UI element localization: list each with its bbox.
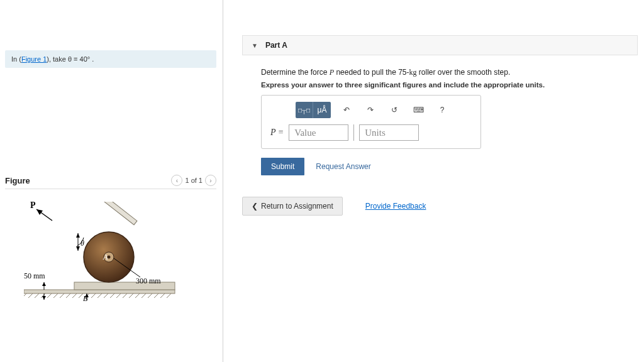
label-P: P bbox=[30, 202, 36, 210]
figure-pager: ‹ 1 of 1 › bbox=[171, 175, 216, 186]
svg-line-3 bbox=[35, 293, 39, 298]
undo-button[interactable]: ↶ bbox=[337, 102, 356, 118]
svg-line-6 bbox=[53, 293, 58, 298]
collapse-caret-icon: ▼ bbox=[252, 42, 258, 49]
svg-marker-33 bbox=[76, 233, 80, 238]
reset-button[interactable]: ↺ bbox=[385, 102, 404, 118]
svg-line-9 bbox=[72, 293, 77, 298]
svg-marker-36 bbox=[42, 282, 46, 286]
svg-line-13 bbox=[97, 293, 102, 298]
problem-suffix: ), take θ = 40° . bbox=[47, 55, 94, 63]
svg-line-12 bbox=[91, 293, 96, 298]
svg-line-10 bbox=[79, 293, 83, 298]
svg-line-23 bbox=[160, 293, 165, 298]
svg-line-2 bbox=[28, 293, 33, 298]
part-a-header[interactable]: ▼ Part A bbox=[242, 35, 638, 55]
figure-title: Figure bbox=[5, 176, 30, 185]
value-input[interactable]: Value bbox=[289, 124, 348, 141]
submit-button[interactable]: Submit bbox=[261, 158, 304, 175]
svg-line-16 bbox=[116, 293, 121, 298]
label-step-height: 50 mm bbox=[24, 272, 45, 280]
help-button[interactable]: ? bbox=[433, 102, 452, 118]
answer-toolbar: □┬□ μÅ ↶ ↷ ↺ ⌨ ? bbox=[296, 102, 472, 118]
svg-line-17 bbox=[123, 293, 127, 298]
figure-diagram: P θ A B 50 mm 300 mm bbox=[24, 202, 187, 302]
question-text: Determine the force P needed to pull the… bbox=[261, 68, 638, 77]
label-theta: θ bbox=[80, 239, 84, 248]
label-A: A bbox=[103, 253, 108, 261]
units-input[interactable]: Units bbox=[359, 124, 419, 141]
input-separator bbox=[353, 124, 354, 141]
svg-line-20 bbox=[142, 293, 146, 298]
keyboard-button[interactable]: ⌨ bbox=[409, 102, 428, 118]
provide-feedback-link[interactable]: Provide Feedback bbox=[365, 202, 426, 211]
answer-box: □┬□ μÅ ↶ ↷ ↺ ⌨ ? P = Value Units bbox=[261, 95, 481, 149]
return-to-assignment-button[interactable]: ❮ Return to Assignment bbox=[242, 197, 343, 216]
request-answer-link[interactable]: Request Answer bbox=[316, 162, 370, 171]
label-radius: 300 mm bbox=[136, 277, 161, 285]
svg-line-14 bbox=[104, 293, 108, 298]
svg-line-7 bbox=[60, 293, 64, 298]
svg-line-19 bbox=[135, 293, 140, 298]
instruction-text: Express your answer to three significant… bbox=[261, 81, 638, 89]
units-button[interactable]: μÅ bbox=[313, 102, 331, 118]
redo-button[interactable]: ↷ bbox=[361, 102, 380, 118]
svg-line-8 bbox=[66, 293, 70, 298]
svg-marker-34 bbox=[76, 246, 80, 251]
part-a-title: Part A bbox=[265, 41, 287, 50]
pager-prev-button[interactable]: ‹ bbox=[171, 175, 182, 186]
pager-next-button[interactable]: › bbox=[205, 175, 216, 186]
svg-marker-31 bbox=[36, 209, 43, 215]
equation-label: P = bbox=[270, 128, 284, 138]
svg-line-5 bbox=[47, 293, 52, 298]
svg-line-21 bbox=[148, 293, 152, 298]
svg-marker-39 bbox=[42, 296, 46, 300]
svg-line-24 bbox=[167, 293, 171, 298]
problem-statement: In (Figure 1), take θ = 40° . bbox=[5, 50, 216, 68]
svg-rect-29 bbox=[84, 202, 137, 225]
label-B: B bbox=[83, 294, 88, 302]
svg-line-22 bbox=[154, 293, 158, 298]
problem-prefix: In ( bbox=[11, 55, 21, 63]
svg-line-1 bbox=[24, 293, 26, 298]
svg-line-18 bbox=[129, 293, 133, 298]
figure-link[interactable]: Figure 1 bbox=[21, 55, 47, 63]
return-label: Return to Assignment bbox=[261, 202, 333, 211]
pager-text: 1 of 1 bbox=[185, 177, 203, 184]
chevron-left-icon: ❮ bbox=[252, 202, 258, 211]
templates-button[interactable]: □┬□ bbox=[296, 102, 313, 118]
svg-line-15 bbox=[110, 293, 114, 298]
svg-rect-0 bbox=[24, 290, 175, 293]
